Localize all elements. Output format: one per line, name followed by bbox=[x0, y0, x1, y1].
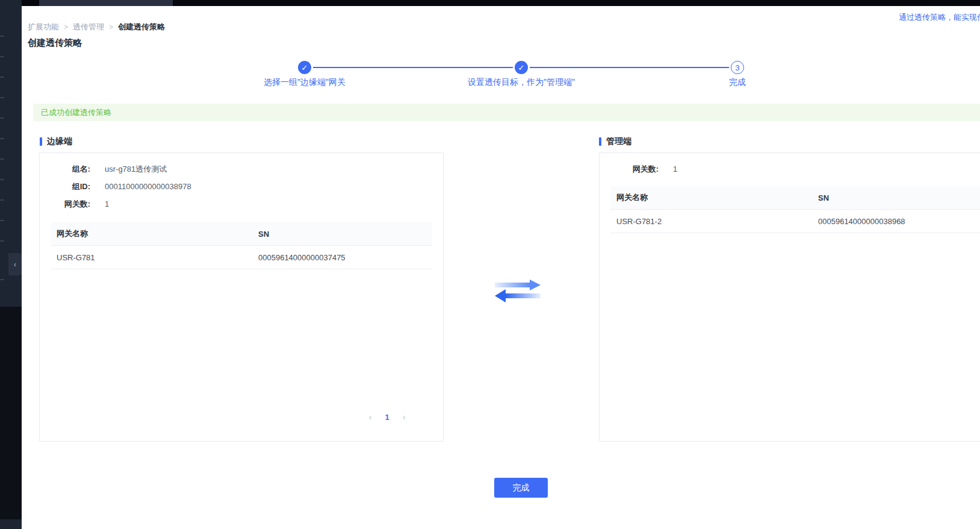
breadcrumb-separator-icon: > bbox=[109, 23, 113, 31]
col-header-gateway-name: 网关名称 bbox=[51, 228, 252, 239]
collapse-chevron-icon: ‹ bbox=[14, 261, 16, 268]
sidebar-item-marker bbox=[0, 138, 4, 139]
sidebar-collapse-handle[interactable]: ‹ bbox=[8, 253, 22, 275]
create-passthrough-policy-page: ‹ 通过透传策略，能实现什 扩展功能 > 透传管理 > 创建透传策略 创建透传策… bbox=[0, 0, 980, 529]
sidebar-item-marker bbox=[0, 240, 4, 242]
finish-button[interactable]: 完成 bbox=[494, 478, 548, 498]
check-icon: ✓ bbox=[518, 63, 525, 72]
step-2-label: 设置透传目标，作为"管理端" bbox=[468, 77, 575, 88]
manage-gateway-table: 网关名称 SN USR-G781-2 00059614000000038968 bbox=[610, 186, 980, 233]
top-window-bar bbox=[0, 0, 980, 6]
col-header-gateway-name: 网关名称 bbox=[610, 192, 812, 203]
sidebar-item-marker bbox=[0, 179, 4, 180]
field-group-id: 组ID: 00011000000000038978 bbox=[40, 178, 443, 195]
step-3-label: 完成 bbox=[729, 77, 746, 88]
transfer-arrows-icon bbox=[494, 277, 542, 302]
check-icon: ✓ bbox=[302, 63, 308, 72]
edge-panel: 组名: usr-g781透传测试 组ID: 000110000000000389… bbox=[39, 152, 444, 442]
field-gateway-count: 网关数: 1 bbox=[600, 160, 980, 178]
edge-section-title: 边缘端 bbox=[40, 136, 72, 147]
sidebar-item-marker bbox=[0, 279, 4, 280]
top-window-tab bbox=[39, 0, 173, 6]
step-1-label: 选择一组"边缘端"网关 bbox=[264, 77, 346, 88]
step-3-number: 3 bbox=[735, 63, 739, 72]
collapsed-sidebar: ‹ bbox=[0, 0, 22, 529]
stepper-line-2 bbox=[530, 67, 729, 68]
policy-help-link[interactable]: 通过透传策略，能实现什 bbox=[899, 12, 980, 23]
sidebar-lower-section bbox=[0, 307, 22, 519]
cell-gateway-sn: 00059614000000038968 bbox=[812, 217, 980, 226]
step-1-circle: ✓ bbox=[298, 61, 311, 74]
manage-section-title: 管理端 bbox=[599, 136, 631, 147]
pagination-prev-icon[interactable]: ‹ bbox=[365, 411, 376, 423]
stepper-line-1 bbox=[313, 67, 513, 68]
cell-gateway-name: USR-G781-2 bbox=[610, 217, 812, 226]
cell-gateway-name: USR-G781 bbox=[51, 253, 252, 262]
step-3-circle: 3 bbox=[731, 61, 744, 74]
sidebar-item-marker bbox=[0, 36, 4, 37]
table-header-row: 网关名称 SN bbox=[610, 186, 980, 210]
pagination-next-icon[interactable]: › bbox=[399, 411, 409, 423]
sidebar-item-marker bbox=[0, 199, 4, 201]
manage-panel: 网关数: 1 网关名称 SN USR-G781-2 00059614000000… bbox=[599, 152, 980, 442]
breadcrumb: 扩展功能 > 透传管理 > 创建透传策略 bbox=[28, 22, 165, 33]
table-row: USR-G781 00059614000000037475 bbox=[51, 246, 432, 269]
sidebar-item-marker bbox=[0, 220, 4, 221]
breadcrumb-item-current: 创建透传策略 bbox=[118, 22, 165, 33]
edge-table-pagination: ‹ 1 › bbox=[365, 411, 409, 423]
pagination-page-1[interactable]: 1 bbox=[382, 411, 392, 423]
manage-fields: 网关数: 1 bbox=[600, 153, 980, 178]
sidebar-item-marker bbox=[0, 97, 4, 98]
table-header-row: 网关名称 SN bbox=[51, 222, 432, 246]
col-header-sn: SN bbox=[812, 193, 980, 202]
sidebar-item-marker bbox=[0, 158, 4, 160]
breadcrumb-item-passthrough-mgmt[interactable]: 透传管理 bbox=[73, 22, 104, 33]
success-alert: 已成功创建透传策略 bbox=[33, 104, 980, 121]
sidebar-item-marker bbox=[0, 77, 4, 78]
edge-gateway-table: 网关名称 SN USR-G781 00059614000000037475 bbox=[51, 222, 432, 269]
sidebar-item-marker bbox=[0, 56, 4, 57]
section-accent-bar bbox=[599, 137, 601, 146]
table-row: USR-G781-2 00059614000000038968 bbox=[610, 210, 980, 233]
breadcrumb-separator-icon: > bbox=[64, 23, 68, 31]
field-group-name: 组名: usr-g781透传测试 bbox=[40, 160, 443, 178]
page-title: 创建透传策略 bbox=[28, 37, 82, 49]
section-accent-bar bbox=[40, 137, 42, 146]
sidebar-item-marker bbox=[0, 117, 4, 119]
success-alert-message: 已成功创建透传策略 bbox=[41, 107, 111, 118]
edge-fields: 组名: usr-g781透传测试 组ID: 000110000000000389… bbox=[40, 153, 443, 213]
step-2-circle: ✓ bbox=[515, 61, 528, 74]
cell-gateway-sn: 00059614000000037475 bbox=[252, 253, 432, 262]
breadcrumb-item-extensions[interactable]: 扩展功能 bbox=[28, 22, 59, 33]
field-gateway-count: 网关数: 1 bbox=[40, 195, 443, 213]
col-header-sn: SN bbox=[252, 230, 432, 239]
